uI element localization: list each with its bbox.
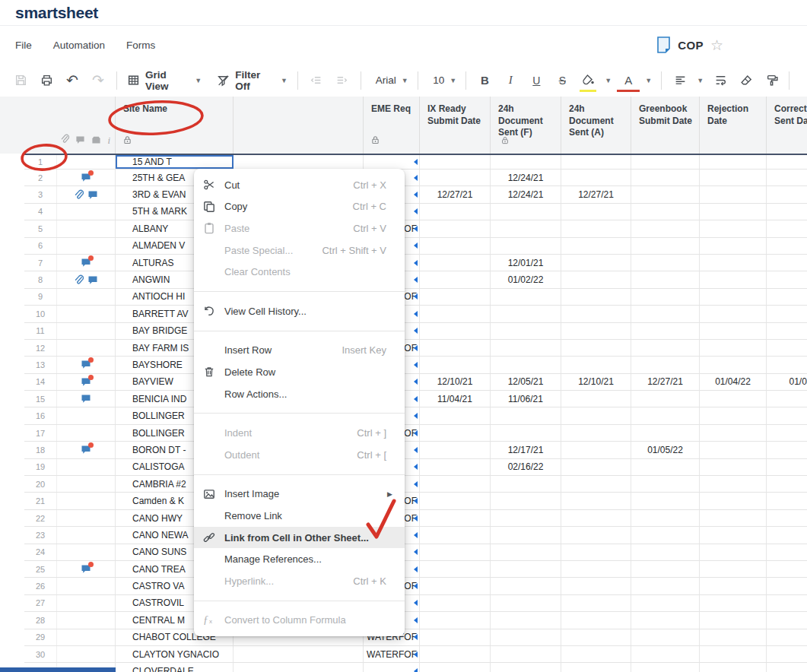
row-number[interactable]: 17 (24, 425, 57, 441)
menu-item-paste-special[interactable]: Paste Special... Ctrl + Shift + V (194, 239, 405, 262)
rejection-cell[interactable] (700, 391, 767, 407)
blank-cell[interactable] (234, 663, 364, 672)
rejection-cell[interactable]: 01/04/22 (700, 374, 767, 390)
doc-sent-a-cell[interactable] (561, 238, 631, 254)
comment-icon[interactable] (81, 445, 91, 455)
correct-cell[interactable] (767, 289, 807, 305)
ix-ready-cell[interactable] (420, 289, 491, 305)
doc-sent-f-cell[interactable] (491, 238, 561, 254)
column-header-24h-a[interactable]: 24h Document Sent (A) (561, 97, 631, 154)
rejection-cell[interactable] (700, 238, 767, 254)
site-name-cell[interactable]: CLAYTON YGNACIO (116, 646, 234, 662)
menu-item-hyperlink[interactable]: Hyperlink... Ctrl + K (194, 570, 405, 592)
doc-sent-a-cell[interactable] (561, 612, 631, 628)
chevron-down-icon[interactable]: ▼ (645, 77, 652, 84)
doc-sent-f-cell[interactable] (491, 544, 561, 560)
eraser-icon[interactable] (736, 70, 757, 91)
row-number[interactable]: 16 (24, 407, 57, 423)
greenbook-cell[interactable] (631, 289, 700, 305)
doc-sent-a-cell[interactable]: 12/27/21 (561, 186, 631, 202)
greenbook-cell[interactable]: 12/27/21 (631, 374, 700, 390)
doc-sent-a-cell[interactable] (561, 155, 631, 169)
greenbook-cell[interactable] (631, 170, 700, 185)
site-name-cell[interactable]: CLOVERDALE (116, 663, 234, 672)
row-number[interactable]: 18 (24, 442, 57, 458)
correct-cell[interactable] (767, 357, 807, 372)
correct-cell[interactable] (767, 323, 807, 339)
ix-ready-cell[interactable] (420, 629, 491, 645)
row-number[interactable]: 28 (24, 612, 57, 628)
doc-sent-f-cell[interactable] (491, 527, 561, 543)
row-number[interactable]: 26 (24, 578, 57, 594)
site-name-cell[interactable]: 15 AND T (116, 155, 234, 169)
row-number[interactable]: 13 (24, 357, 57, 372)
row-number[interactable]: 1 (24, 155, 57, 169)
menu-item-row-actions[interactable]: Row Actions... (194, 383, 405, 405)
row-number[interactable]: 24 (24, 544, 57, 560)
doc-sent-a-cell[interactable] (561, 391, 631, 407)
doc-sent-a-cell[interactable] (561, 527, 631, 543)
doc-sent-a-cell[interactable] (561, 323, 631, 339)
doc-sent-a-cell[interactable] (561, 220, 631, 236)
row-number[interactable]: 20 (24, 476, 57, 492)
rejection-cell[interactable] (700, 561, 767, 577)
column-header-ix-ready[interactable]: IX Ready Submit Date (420, 97, 491, 154)
row-number[interactable]: 23 (24, 527, 57, 543)
ix-ready-cell[interactable] (420, 527, 491, 543)
doc-sent-f-cell[interactable] (491, 578, 561, 594)
correct-cell[interactable] (767, 442, 807, 458)
row-number[interactable]: 2 (24, 170, 57, 185)
row-number[interactable]: 25 (24, 561, 57, 577)
correct-cell[interactable] (767, 204, 807, 220)
greenbook-cell[interactable] (631, 306, 700, 322)
rejection-cell[interactable] (700, 595, 767, 611)
doc-sent-f-cell[interactable] (491, 510, 561, 526)
doc-sent-a-cell[interactable] (561, 629, 631, 645)
doc-sent-f-cell[interactable] (491, 663, 561, 672)
row-number[interactable]: 9 (24, 289, 57, 305)
doc-sent-a-cell[interactable] (561, 493, 631, 509)
rejection-cell[interactable] (700, 186, 767, 202)
greenbook-cell[interactable]: 01/05/22 (631, 442, 700, 458)
rejection-cell[interactable] (700, 612, 767, 628)
correct-cell[interactable]: 01/05 (767, 374, 807, 390)
correct-cell[interactable] (767, 646, 807, 662)
row-number[interactable]: 7 (24, 255, 57, 271)
ix-ready-cell[interactable] (420, 493, 491, 509)
format-painter-icon[interactable] (761, 70, 783, 91)
indent-icon[interactable] (332, 70, 353, 91)
doc-sent-f-cell[interactable]: 12/01/21 (491, 255, 561, 271)
row-number[interactable]: 12 (24, 340, 57, 356)
doc-sent-a-cell[interactable] (561, 663, 631, 672)
greenbook-cell[interactable] (631, 544, 700, 560)
doc-sent-f-cell[interactable] (491, 646, 561, 662)
star-icon[interactable]: ☆ (710, 38, 723, 52)
menu-item-insert-image[interactable]: Insert Image ▶ (194, 483, 405, 506)
menu-item-view-cell-history[interactable]: View Cell History... (194, 300, 405, 322)
doc-sent-f-cell[interactable] (491, 407, 561, 423)
font-family-selector[interactable]: Arial ▼ (369, 70, 410, 91)
row-number[interactable]: 22 (24, 510, 57, 526)
comment-icon[interactable] (81, 377, 91, 387)
greenbook-cell[interactable] (631, 155, 700, 169)
ix-ready-cell[interactable] (420, 646, 491, 662)
doc-sent-f-cell[interactable]: 02/16/22 (491, 459, 561, 475)
paperclip-icon[interactable] (74, 274, 84, 286)
doc-sent-a-cell[interactable] (561, 306, 631, 322)
chevron-down-icon[interactable]: ▼ (697, 77, 704, 84)
doc-sent-f-cell[interactable] (491, 204, 561, 220)
row-number[interactable]: 8 (24, 271, 57, 287)
comment-icon[interactable] (81, 394, 91, 404)
row-number[interactable]: 29 (24, 629, 57, 645)
ix-ready-cell[interactable] (420, 476, 491, 492)
column-header-correct[interactable]: Correct Sent Da (767, 97, 807, 154)
correct-cell[interactable] (767, 425, 807, 441)
rejection-cell[interactable] (700, 459, 767, 475)
ix-ready-cell[interactable] (420, 306, 491, 322)
rejection-cell[interactable] (700, 255, 767, 271)
greenbook-cell[interactable] (631, 561, 700, 577)
correct-cell[interactable] (767, 271, 807, 287)
rejection-cell[interactable] (700, 544, 767, 560)
doc-sent-a-cell[interactable] (561, 255, 631, 271)
doc-sent-a-cell[interactable] (561, 510, 631, 526)
